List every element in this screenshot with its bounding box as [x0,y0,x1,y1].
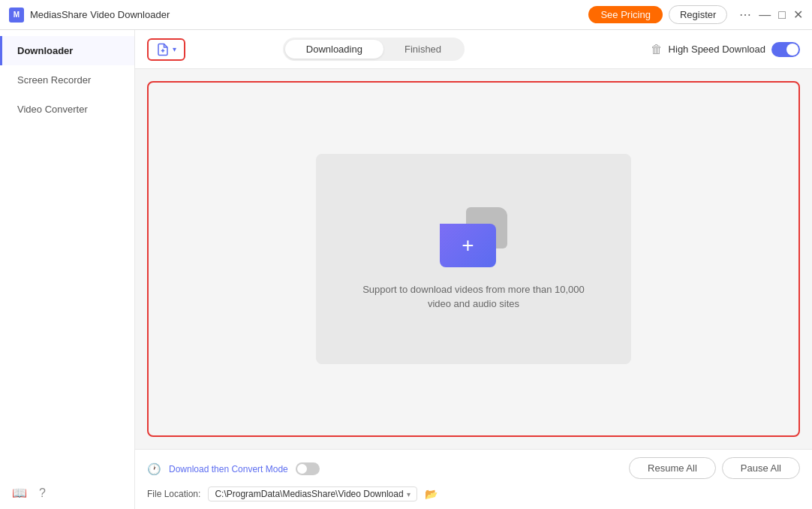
register-button[interactable]: Register [669,5,727,24]
sidebar-item-video-converter[interactable]: Video Converter [0,95,134,124]
maximize-icon[interactable]: □ [778,8,786,22]
drop-support-text: Support to download videos from more tha… [361,282,586,312]
sidebar-bottom: 📖 ? [0,477,134,509]
app-title: MediasShare Video Downloader [30,9,170,20]
download-convert-toggle[interactable] [296,462,320,475]
tab-group: Downloading Finished [283,38,465,61]
title-bar: M MediasShare Video Downloader See Prici… [0,0,812,30]
sidebar: Downloader Screen Recorder Video Convert… [0,30,135,509]
file-path-selector[interactable]: C:\ProgramData\MediasShare\Video Downloa… [208,486,417,501]
sidebar-item-screen-recorder[interactable]: Screen Recorder [0,65,134,95]
download-convert-label: Download then Convert Mode [169,464,288,474]
see-pricing-button[interactable]: See Pricing [588,6,662,23]
content-area: + Support to download videos from more t… [135,69,812,449]
folder-front: + [440,224,496,267]
sidebar-item-downloader[interactable]: Downloader [0,36,134,65]
toolbar-right: 🗑 High Speed Download [651,42,800,57]
title-bar-left: M MediasShare Video Downloader [9,8,170,23]
book-icon[interactable]: 📖 [12,486,27,500]
folder-plus-icon: + [462,233,474,258]
title-bar-right: See Pricing Register ⋯ — □ ✕ [588,5,803,24]
toolbar: ▾ Downloading Finished 🗑 High Speed Down… [135,30,812,69]
folder-icon: + [440,207,507,267]
app-icon: M [9,8,24,23]
tab-downloading[interactable]: Downloading [285,40,383,59]
add-chevron-icon: ▾ [173,45,176,53]
tab-finished[interactable]: Finished [383,40,462,59]
add-button[interactable]: ▾ [147,38,185,61]
add-file-icon [156,43,170,56]
window-controls: ⋯ — □ ✕ [739,8,803,22]
footer: 🕐 Download then Convert Mode Resume All … [135,449,812,509]
high-speed-toggle[interactable] [771,42,800,57]
file-location-label: File Location: [147,489,200,499]
resume-all-button[interactable]: Resume All [629,457,716,479]
menu-icon[interactable]: ⋯ [739,8,751,22]
trash-icon[interactable]: 🗑 [651,43,663,56]
file-path-text: C:\ProgramData\MediasShare\Video Downloa… [215,489,403,499]
main-content: ▾ Downloading Finished 🗑 High Speed Down… [135,30,812,509]
drop-zone-outer: + Support to download videos from more t… [147,81,800,437]
footer-bottom-row: File Location: C:\ProgramData\MediasShar… [147,486,800,501]
close-icon[interactable]: ✕ [793,8,803,22]
app-body: Downloader Screen Recorder Video Convert… [0,30,812,509]
help-icon[interactable]: ? [39,486,46,500]
pause-all-button[interactable]: Pause All [722,457,800,479]
clock-icon: 🕐 [147,462,161,476]
footer-top-row: 🕐 Download then Convert Mode Resume All … [147,457,800,480]
drop-zone-inner[interactable]: + Support to download videos from more t… [316,154,631,364]
folder-open-icon[interactable]: 📂 [425,488,438,500]
file-path-chevron-icon: ▾ [407,490,411,498]
minimize-icon[interactable]: — [759,8,771,22]
high-speed-label: High Speed Download [669,44,765,55]
